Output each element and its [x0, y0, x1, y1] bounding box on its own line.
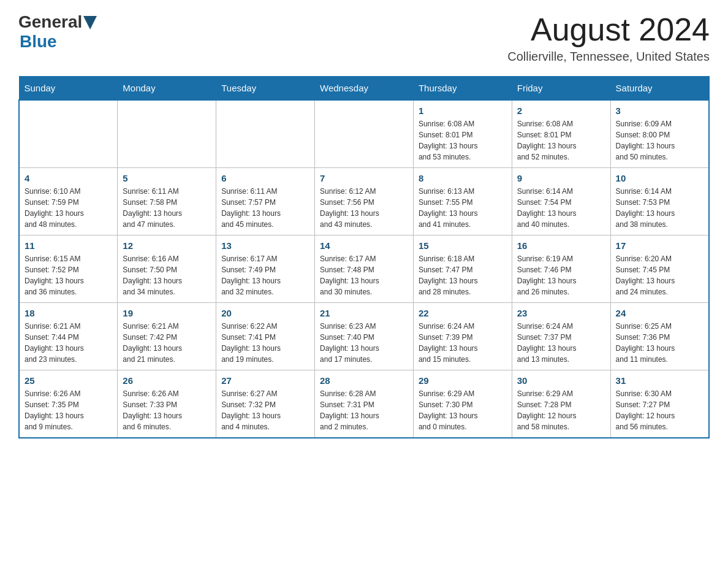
- day-info: Sunrise: 6:29 AM Sunset: 7:28 PM Dayligh…: [517, 388, 605, 432]
- day-number: 18: [25, 308, 112, 318]
- day-number: 2: [517, 105, 605, 116]
- day-number: 7: [320, 173, 408, 183]
- logo-blue-text: Blue: [20, 32, 57, 51]
- week-row-4: 18Sunrise: 6:21 AM Sunset: 7:44 PM Dayli…: [19, 303, 709, 370]
- day-cell: 23Sunrise: 6:24 AM Sunset: 7:37 PM Dayli…: [512, 303, 610, 370]
- day-cell: 19Sunrise: 6:21 AM Sunset: 7:42 PM Dayli…: [118, 303, 216, 370]
- svg-marker-0: [83, 16, 97, 29]
- day-number: 8: [419, 173, 507, 183]
- day-cell: 26Sunrise: 6:26 AM Sunset: 7:33 PM Dayli…: [118, 370, 216, 439]
- day-info: Sunrise: 6:23 AM Sunset: 7:40 PM Dayligh…: [320, 321, 408, 365]
- week-row-2: 4Sunrise: 6:10 AM Sunset: 7:59 PM Daylig…: [19, 168, 709, 236]
- month-title: August 2024: [507, 12, 710, 47]
- day-info: Sunrise: 6:25 AM Sunset: 7:36 PM Dayligh…: [616, 321, 703, 365]
- day-number: 10: [616, 173, 703, 183]
- day-number: 31: [616, 375, 703, 386]
- day-cell: 2Sunrise: 6:08 AM Sunset: 8:01 PM Daylig…: [512, 100, 610, 168]
- day-number: 28: [320, 375, 408, 386]
- day-cell: 20Sunrise: 6:22 AM Sunset: 7:41 PM Dayli…: [216, 303, 315, 370]
- header-day-friday: Friday: [512, 77, 610, 101]
- day-number: 13: [221, 240, 309, 251]
- day-info: Sunrise: 6:27 AM Sunset: 7:32 PM Dayligh…: [221, 388, 309, 432]
- logo: General Blue: [18, 12, 97, 52]
- day-info: Sunrise: 6:24 AM Sunset: 7:37 PM Dayligh…: [517, 321, 605, 365]
- day-cell: 17Sunrise: 6:20 AM Sunset: 7:45 PM Dayli…: [610, 236, 709, 303]
- day-info: Sunrise: 6:24 AM Sunset: 7:39 PM Dayligh…: [419, 321, 507, 365]
- day-cell: 24Sunrise: 6:25 AM Sunset: 7:36 PM Dayli…: [610, 303, 709, 370]
- header-day-sunday: Sunday: [19, 77, 118, 101]
- calendar-header: SundayMondayTuesdayWednesdayThursdayFrid…: [19, 77, 709, 101]
- day-cell: [118, 100, 216, 168]
- day-number: 27: [221, 375, 309, 386]
- day-info: Sunrise: 6:17 AM Sunset: 7:49 PM Dayligh…: [221, 253, 309, 297]
- day-info: Sunrise: 6:22 AM Sunset: 7:41 PM Dayligh…: [221, 321, 309, 365]
- header-day-thursday: Thursday: [413, 77, 512, 101]
- day-cell: 28Sunrise: 6:28 AM Sunset: 7:31 PM Dayli…: [315, 370, 414, 439]
- header-day-wednesday: Wednesday: [315, 77, 414, 101]
- day-info: Sunrise: 6:14 AM Sunset: 7:53 PM Dayligh…: [616, 186, 703, 230]
- day-number: 17: [616, 240, 703, 251]
- day-cell: 18Sunrise: 6:21 AM Sunset: 7:44 PM Dayli…: [19, 303, 118, 370]
- day-number: 29: [419, 375, 507, 386]
- day-cell: 6Sunrise: 6:11 AM Sunset: 7:57 PM Daylig…: [216, 168, 315, 236]
- day-info: Sunrise: 6:11 AM Sunset: 7:57 PM Dayligh…: [221, 186, 309, 230]
- day-info: Sunrise: 6:28 AM Sunset: 7:31 PM Dayligh…: [320, 388, 408, 432]
- day-cell: 10Sunrise: 6:14 AM Sunset: 7:53 PM Dayli…: [610, 168, 709, 236]
- calendar-table: SundayMondayTuesdayWednesdayThursdayFrid…: [18, 76, 710, 439]
- day-cell: [19, 100, 118, 168]
- day-info: Sunrise: 6:20 AM Sunset: 7:45 PM Dayligh…: [616, 253, 703, 297]
- day-number: 15: [419, 240, 507, 251]
- day-cell: [216, 100, 315, 168]
- day-info: Sunrise: 6:19 AM Sunset: 7:46 PM Dayligh…: [517, 253, 605, 297]
- day-number: 26: [123, 375, 211, 386]
- day-cell: [315, 100, 414, 168]
- day-cell: 15Sunrise: 6:18 AM Sunset: 7:47 PM Dayli…: [413, 236, 512, 303]
- day-cell: 27Sunrise: 6:27 AM Sunset: 7:32 PM Dayli…: [216, 370, 315, 439]
- day-info: Sunrise: 6:13 AM Sunset: 7:55 PM Dayligh…: [419, 186, 507, 230]
- day-number: 12: [123, 240, 211, 251]
- day-number: 6: [221, 173, 309, 183]
- day-number: 14: [320, 240, 408, 251]
- day-cell: 1Sunrise: 6:08 AM Sunset: 8:01 PM Daylig…: [413, 100, 512, 168]
- day-number: 3: [616, 105, 703, 116]
- day-info: Sunrise: 6:29 AM Sunset: 7:30 PM Dayligh…: [419, 388, 507, 432]
- header-day-saturday: Saturday: [610, 77, 709, 101]
- day-number: 4: [25, 173, 112, 183]
- day-cell: 14Sunrise: 6:17 AM Sunset: 7:48 PM Dayli…: [315, 236, 414, 303]
- day-number: 23: [517, 308, 605, 318]
- day-info: Sunrise: 6:17 AM Sunset: 7:48 PM Dayligh…: [320, 253, 408, 297]
- week-row-3: 11Sunrise: 6:15 AM Sunset: 7:52 PM Dayli…: [19, 236, 709, 303]
- day-cell: 9Sunrise: 6:14 AM Sunset: 7:54 PM Daylig…: [512, 168, 610, 236]
- day-info: Sunrise: 6:14 AM Sunset: 7:54 PM Dayligh…: [517, 186, 605, 230]
- day-info: Sunrise: 6:08 AM Sunset: 8:01 PM Dayligh…: [419, 118, 507, 163]
- day-number: 25: [25, 375, 112, 386]
- day-cell: 22Sunrise: 6:24 AM Sunset: 7:39 PM Dayli…: [413, 303, 512, 370]
- day-info: Sunrise: 6:08 AM Sunset: 8:01 PM Dayligh…: [517, 118, 605, 163]
- header-day-monday: Monday: [118, 77, 216, 101]
- day-number: 30: [517, 375, 605, 386]
- day-cell: 13Sunrise: 6:17 AM Sunset: 7:49 PM Dayli…: [216, 236, 315, 303]
- day-cell: 3Sunrise: 6:09 AM Sunset: 8:00 PM Daylig…: [610, 100, 709, 168]
- day-info: Sunrise: 6:26 AM Sunset: 7:35 PM Dayligh…: [25, 388, 112, 432]
- day-number: 22: [419, 308, 507, 318]
- day-info: Sunrise: 6:11 AM Sunset: 7:58 PM Dayligh…: [123, 186, 211, 230]
- day-number: 24: [616, 308, 703, 318]
- day-number: 20: [221, 308, 309, 318]
- location-title: Collierville, Tennessee, United States: [507, 50, 710, 64]
- day-number: 19: [123, 308, 211, 318]
- day-cell: 21Sunrise: 6:23 AM Sunset: 7:40 PM Dayli…: [315, 303, 414, 370]
- logo-arrow-icon: [83, 16, 97, 32]
- day-info: Sunrise: 6:30 AM Sunset: 7:27 PM Dayligh…: [616, 388, 703, 432]
- day-number: 16: [517, 240, 605, 251]
- day-cell: 8Sunrise: 6:13 AM Sunset: 7:55 PM Daylig…: [413, 168, 512, 236]
- day-cell: 29Sunrise: 6:29 AM Sunset: 7:30 PM Dayli…: [413, 370, 512, 439]
- day-cell: 12Sunrise: 6:16 AM Sunset: 7:50 PM Dayli…: [118, 236, 216, 303]
- day-cell: 25Sunrise: 6:26 AM Sunset: 7:35 PM Dayli…: [19, 370, 118, 439]
- day-info: Sunrise: 6:21 AM Sunset: 7:44 PM Dayligh…: [25, 321, 112, 365]
- day-cell: 31Sunrise: 6:30 AM Sunset: 7:27 PM Dayli…: [610, 370, 709, 439]
- day-number: 1: [419, 105, 507, 116]
- day-number: 5: [123, 173, 211, 183]
- day-cell: 4Sunrise: 6:10 AM Sunset: 7:59 PM Daylig…: [19, 168, 118, 236]
- day-info: Sunrise: 6:21 AM Sunset: 7:42 PM Dayligh…: [123, 321, 211, 365]
- week-row-5: 25Sunrise: 6:26 AM Sunset: 7:35 PM Dayli…: [19, 370, 709, 439]
